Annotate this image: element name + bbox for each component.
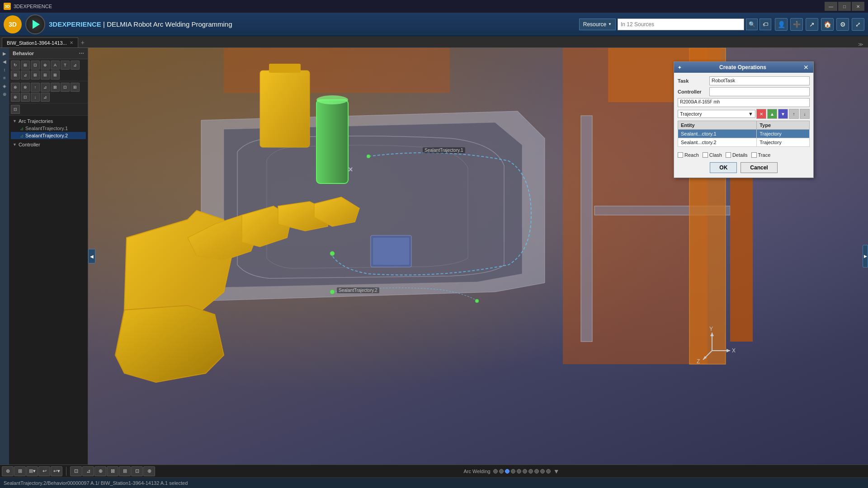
expand-icon[interactable]: ⤢ [852, 18, 864, 31]
tab-expand[interactable]: ≫ [855, 42, 866, 47]
clash-checkbox-box[interactable] [703, 152, 708, 158]
panel-tb-17[interactable]: ⊠ [51, 83, 60, 92]
traj-down-btn[interactable]: ↓ [800, 109, 810, 119]
arc-dot-8[interactable] [540, 469, 545, 474]
tag-button[interactable]: 🏷 [760, 19, 771, 30]
main-tab[interactable]: BIW_Station1-3964-1413... ✕ [2, 38, 78, 47]
tool-3d-7[interactable]: ⊕ [143, 466, 155, 476]
tab-close[interactable]: ✕ [70, 40, 73, 45]
panel-tb-24[interactable]: ⊡ [11, 105, 20, 114]
panel-tb-7[interactable]: ⊿ [71, 61, 80, 70]
reach-checkbox-box[interactable] [678, 152, 683, 158]
resource-dropdown[interactable]: Resource [579, 19, 616, 30]
panel-tb-10[interactable]: ⊞ [31, 70, 40, 80]
minimize-button[interactable]: — [825, 2, 837, 11]
tool-3d-1[interactable]: ⊡ [70, 466, 82, 476]
tool-3d-4[interactable]: ⊠ [107, 466, 118, 476]
side-icon-1[interactable]: ▶ [1, 50, 8, 57]
panel-tb-8[interactable]: ⊠ [11, 70, 20, 80]
tool-select[interactable]: ⊕ [2, 466, 14, 476]
maximize-button[interactable]: □ [838, 2, 851, 11]
search-button[interactable]: 🔍 [746, 19, 758, 30]
panel-tb-9[interactable]: ⊿ [21, 70, 30, 80]
panel-menu[interactable]: ··· [79, 50, 84, 57]
details-checkbox-box[interactable] [726, 152, 731, 158]
arc-dot-7[interactable] [534, 469, 539, 474]
traj-up-btn[interactable]: ↑ [789, 109, 799, 119]
tool-paste-dropdown[interactable]: ⊞▾ [26, 466, 38, 476]
traj-add-btn[interactable]: ▲ [767, 109, 777, 119]
tree-item-trajectory-1[interactable]: ⊿ SealantTrajectory.1 [11, 125, 86, 132]
traj-move-btn[interactable]: ▼ [778, 109, 788, 119]
details-checkbox[interactable]: Details [726, 152, 748, 158]
ok-button[interactable]: OK [710, 162, 737, 173]
panel-tb-15[interactable]: ↑ [31, 83, 40, 92]
reach-checkbox[interactable]: Reach [678, 152, 699, 158]
panel-tb-20[interactable]: ⊕ [11, 93, 20, 102]
panel-tb-23[interactable]: ⊿ [41, 93, 50, 102]
side-icon-4[interactable]: ≡ [1, 74, 8, 81]
controller-value[interactable] [709, 87, 810, 96]
arc-dot-9[interactable] [546, 469, 551, 474]
panel-tb-6[interactable]: T [61, 61, 70, 70]
tool-3d-6[interactable]: ⊡ [131, 466, 143, 476]
panel-tb-5[interactable]: A [51, 61, 60, 70]
add-tab-button[interactable]: + [78, 38, 87, 47]
arc-dot-2[interactable] [505, 469, 509, 474]
trace-checkbox[interactable]: Trace [751, 152, 771, 158]
tool-undo[interactable]: ↩ [38, 466, 50, 476]
controller-attr-value[interactable]: R2000iA if-165F mh [678, 98, 810, 107]
add-icon[interactable]: ➕ [790, 18, 803, 31]
side-icon-3[interactable]: ↕ [1, 66, 8, 73]
tree-group-controller-header[interactable]: ▼ Controller [11, 141, 86, 148]
settings-icon[interactable]: ⚙ [836, 18, 849, 31]
search-input[interactable] [618, 19, 744, 30]
trajectory-dropdown[interactable]: Trajectory ▼ [678, 110, 755, 118]
play-button[interactable] [25, 14, 45, 34]
panel-tb-18[interactable]: ⊡ [61, 83, 70, 92]
close-button[interactable]: ✕ [852, 2, 864, 11]
arc-dot-0[interactable] [493, 469, 498, 474]
cancel-button[interactable]: Cancel [741, 162, 777, 173]
arc-dot-5[interactable] [523, 469, 527, 474]
arc-dot-4[interactable] [517, 469, 521, 474]
dialog-close-button[interactable]: ✕ [802, 64, 810, 71]
panel-tb-21[interactable]: ⊡ [21, 93, 30, 102]
side-icon-2[interactable]: ◀ [1, 58, 8, 65]
panel-tb-19[interactable]: ⊞ [71, 83, 80, 92]
arc-dot-6[interactable] [528, 469, 533, 474]
panel-tb-13[interactable]: ⊕ [11, 83, 20, 92]
tree-item-trajectory-2[interactable]: ⊿ SealantTrajectory.2 [11, 132, 86, 139]
table-row[interactable]: Sealant...ctory.2 Trajectory [678, 138, 810, 147]
panel-tb-4[interactable]: ⊕ [41, 61, 50, 70]
arc-expand-button[interactable]: ▼ [553, 468, 560, 475]
panel-tb-12[interactable]: ⊠ [51, 70, 60, 80]
panel-tb-3[interactable]: ⊡ [31, 61, 40, 70]
tool-3d-2[interactable]: ⊿ [82, 466, 94, 476]
panel-tb-2[interactable]: ⊞ [21, 61, 30, 70]
tool-copy[interactable]: ⊞ [14, 466, 26, 476]
tool-3d-5[interactable]: ⊞ [119, 466, 131, 476]
panel-tb-1[interactable]: ↻ [11, 61, 20, 70]
clash-checkbox[interactable]: Clash [703, 152, 722, 158]
tree-group-arc-trajectories[interactable]: ▼ Arc Trajectories [11, 117, 86, 125]
tool-undo-dropdown[interactable]: ↩▾ [51, 466, 62, 476]
trace-checkbox-box[interactable] [751, 152, 757, 158]
viewport[interactable]: × [88, 48, 868, 465]
panel-tb-22[interactable]: ↓ [31, 93, 40, 102]
home-icon[interactable]: 🏠 [821, 18, 834, 31]
traj-delete-btn[interactable]: ✕ [756, 109, 766, 119]
tool-3d-3[interactable]: ⊕ [94, 466, 106, 476]
side-icon-6[interactable]: ⊕ [1, 90, 8, 98]
panel-tb-11[interactable]: ⊞ [41, 70, 50, 80]
user-icon[interactable]: 👤 [775, 18, 788, 31]
arc-dot-3[interactable] [511, 469, 515, 474]
side-icon-5[interactable]: ◈ [1, 82, 8, 89]
right-expand-button[interactable]: ▶ [863, 245, 868, 267]
arc-dot-1[interactable] [499, 469, 504, 474]
panel-expand-button[interactable]: ◀ [88, 249, 95, 263]
share-icon[interactable]: ↗ [806, 18, 818, 31]
panel-tb-16[interactable]: ⊿ [41, 83, 50, 92]
task-value[interactable]: RobotTask [709, 76, 810, 85]
table-row[interactable]: Sealant...ctory.1 Trajectory [678, 130, 810, 138]
